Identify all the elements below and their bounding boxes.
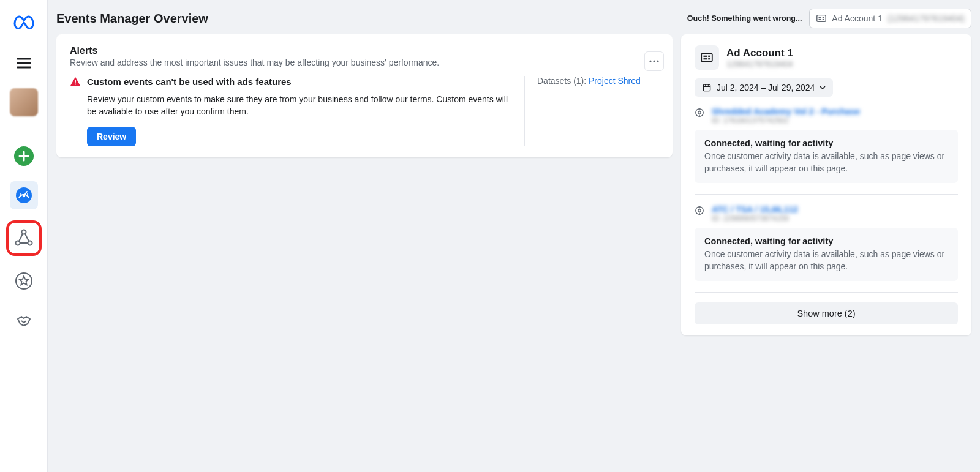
- alerts-title: Alerts: [70, 45, 659, 56]
- date-range-picker[interactable]: Jul 2, 2024 – Jul 29, 2024: [695, 78, 833, 97]
- account-icon-square: [695, 45, 719, 70]
- source-name: ATC / TSA / 15,66,112: [712, 204, 798, 214]
- svg-rect-12: [823, 17, 824, 18]
- calendar-icon: [702, 83, 712, 92]
- review-button[interactable]: Review: [87, 127, 136, 146]
- svg-point-28: [698, 209, 701, 212]
- svg-point-16: [649, 60, 651, 62]
- chevron-down-icon: [820, 86, 826, 89]
- account-panel-id: 129641797619404: [726, 59, 793, 69]
- svg-point-5: [21, 230, 26, 234]
- account-panel: Ad Account 1 129641797619404 Jul 2, 2024…: [681, 34, 971, 335]
- meta-logo-icon[interactable]: [10, 10, 38, 38]
- account-panel-header: Ad Account 1 129641797619404: [695, 45, 958, 70]
- svg-point-17: [653, 60, 655, 62]
- svg-rect-21: [704, 58, 707, 59]
- svg-point-3: [20, 193, 21, 195]
- pixel-icon: [695, 206, 706, 217]
- account-icon: [816, 13, 827, 24]
- svg-rect-9: [817, 15, 826, 22]
- account-selector-id: (129641797619404): [888, 13, 965, 23]
- source-status-desc: Once customer activity data is available…: [704, 249, 948, 272]
- alerts-subtitle: Review and address the most important is…: [70, 58, 659, 67]
- annotation-highlight: [6, 220, 42, 256]
- source-id: ID: 1761601375742502: [712, 116, 860, 125]
- account-selector[interactable]: Ad Account 1 (129641797619404): [809, 9, 971, 28]
- datasets-label: Datasets (1):: [537, 76, 589, 86]
- pixel-icon: [695, 108, 706, 119]
- partner-integrations-icon[interactable]: [10, 306, 38, 334]
- top-bar: Events Manager Overview Ouch! Something …: [56, 9, 971, 34]
- data-sources-icon[interactable]: [10, 224, 38, 252]
- svg-rect-11: [819, 19, 822, 20]
- business-avatar[interactable]: [10, 88, 38, 116]
- svg-rect-24: [703, 84, 710, 91]
- svg-point-4: [27, 193, 28, 195]
- source-status-block: Connected, waiting for activity Once cus…: [695, 228, 958, 281]
- custom-conversions-icon[interactable]: [10, 267, 38, 295]
- terms-link[interactable]: terms: [410, 94, 432, 104]
- source-name: Shredded Academy Vol 2 - Purchase: [712, 107, 860, 116]
- hamburger-menu-icon[interactable]: [10, 49, 38, 77]
- alert-main: Custom events can't be used with ads fea…: [70, 76, 512, 146]
- svg-rect-23: [708, 58, 710, 59]
- alert-description: Review your custom events to make sure t…: [70, 93, 512, 118]
- alerts-card: Alerts Review and address the most impor…: [56, 34, 673, 157]
- svg-point-6: [15, 241, 20, 245]
- data-source-item[interactable]: ATC / TSA / 15,66,112 ID: 22989905736741…: [695, 204, 958, 223]
- source-status-desc: Once customer activity data is available…: [704, 151, 948, 174]
- alert-item: Custom events can't be used with ads fea…: [70, 76, 659, 146]
- dataset-link[interactable]: Project Shred: [589, 76, 641, 86]
- source-status-title: Connected, waiting for activity: [704, 138, 948, 148]
- source-status-title: Connected, waiting for activity: [704, 236, 948, 246]
- left-nav: [0, 0, 48, 472]
- warning-icon: [70, 76, 81, 87]
- divider: [695, 292, 958, 293]
- error-toast-text: Ouch! Something went wrong...: [687, 14, 802, 23]
- svg-rect-10: [819, 17, 822, 18]
- top-right-controls: Ouch! Something went wrong... Ad Account…: [687, 9, 971, 28]
- svg-point-26: [698, 111, 701, 114]
- date-range-text: Jul 2, 2024 – Jul 29, 2024: [717, 83, 815, 92]
- alert-datasets: Datasets (1): Project Shred: [524, 76, 659, 146]
- divider: [695, 194, 958, 195]
- svg-point-7: [28, 241, 32, 245]
- alert-desc-part1: Review your custom events to make sure t…: [87, 94, 410, 104]
- ellipsis-icon: [649, 60, 659, 62]
- page-title: Events Manager Overview: [56, 12, 208, 26]
- svg-rect-22: [708, 56, 710, 57]
- alert-heading: Custom events can't be used with ads fea…: [87, 77, 292, 87]
- account-icon: [700, 51, 714, 64]
- dashboard-icon[interactable]: [10, 181, 38, 209]
- account-selector-label: Ad Account 1: [832, 13, 883, 23]
- add-icon[interactable]: [10, 142, 38, 170]
- source-status-block: Connected, waiting for activity Once cus…: [695, 130, 958, 183]
- svg-rect-15: [75, 84, 76, 85]
- source-id: ID: 2298990573674159: [712, 214, 798, 223]
- svg-rect-19: [701, 53, 712, 61]
- main-content: Events Manager Overview Ouch! Something …: [48, 0, 980, 472]
- svg-rect-14: [75, 80, 76, 83]
- svg-rect-20: [704, 56, 707, 57]
- alert-more-actions-button[interactable]: [644, 51, 664, 71]
- show-more-button[interactable]: Show more (2): [695, 302, 958, 324]
- content-row: Alerts Review and address the most impor…: [56, 34, 971, 335]
- account-panel-title: Ad Account 1: [726, 47, 793, 59]
- svg-rect-13: [823, 19, 824, 20]
- svg-point-18: [657, 60, 658, 62]
- data-source-item[interactable]: Shredded Academy Vol 2 - Purchase ID: 17…: [695, 107, 958, 125]
